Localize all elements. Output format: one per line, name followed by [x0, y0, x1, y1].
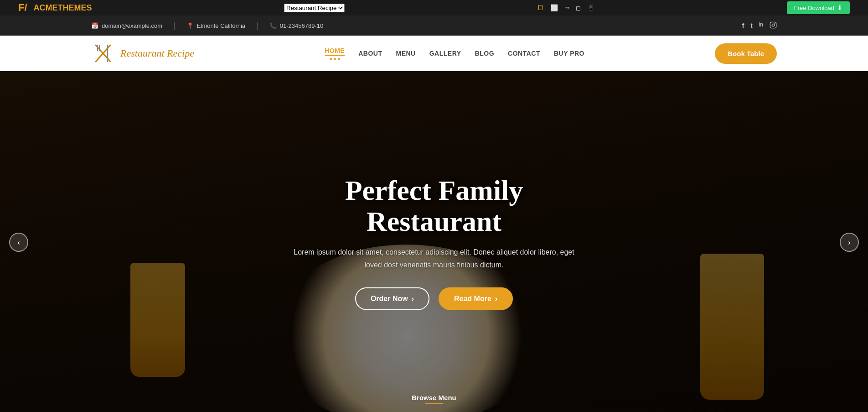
separator-1: |: [173, 21, 176, 31]
download-icon: ⬇: [837, 4, 842, 11]
location-icon: 📍: [186, 22, 194, 29]
slider-prev-button[interactable]: ‹: [9, 233, 28, 252]
logo-icon: F/: [18, 2, 27, 14]
calendar-icon: 📅: [91, 22, 98, 29]
twitter-icon[interactable]: t: [750, 21, 752, 30]
nav-link-buy-pro[interactable]: BUY PRO: [554, 50, 584, 57]
order-now-arrow: ›: [412, 294, 414, 302]
restaurant-logo-icon: [91, 42, 115, 65]
phone-info: 📞 01-23456789-10: [269, 22, 323, 29]
svg-rect-0: [770, 22, 776, 28]
main-nav: Restaurant Recipe HOME ABOUT MENU GALLER…: [0, 36, 868, 71]
info-bar: 📅 domain@example.com | 📍 Elmonte Califor…: [0, 16, 868, 36]
nav-link-gallery[interactable]: GALLERY: [429, 50, 461, 57]
free-download-label: Free Download: [794, 5, 834, 11]
nav-logo-text: Restaurant Recipe: [120, 47, 194, 59]
book-table-button[interactable]: Book Table: [715, 43, 777, 64]
email-text: domain@example.com: [102, 22, 162, 29]
browse-menu-label: Browse Menu: [412, 394, 456, 402]
theme-dropdown[interactable]: Restaurant Recipe: [284, 4, 345, 12]
free-download-button[interactable]: Free Download ⬇: [787, 1, 850, 14]
hero-section: ‹ › Perfect Family Restaurant Lorem ipsu…: [0, 71, 868, 412]
phone-text: 01-23456789-10: [280, 22, 323, 29]
svg-point-1: [772, 24, 774, 26]
instagram-icon[interactable]: [770, 21, 777, 30]
logo-themes: THEMES: [58, 3, 92, 12]
tablet-wide-icon[interactable]: ◻: [576, 5, 581, 11]
order-now-button[interactable]: Order Now ›: [355, 287, 429, 310]
logo-text: ACMETHEMES: [34, 3, 92, 13]
location-text: Elmonte California: [197, 22, 245, 29]
nav-dot-1: [330, 58, 332, 60]
nav-logo: Restaurant Recipe: [91, 42, 194, 65]
theme-dropdown-wrapper[interactable]: Restaurant Recipe: [284, 4, 345, 12]
nav-links: HOME ABOUT MENU GALLERY BLOG CONTACT BUY…: [325, 47, 584, 60]
slider-next-icon: ›: [848, 238, 851, 247]
mobile-icon[interactable]: 📱: [587, 5, 594, 11]
separator-2: |: [256, 21, 258, 31]
tablet-portrait-icon[interactable]: ▭: [564, 5, 569, 11]
nav-active-dots: [330, 58, 340, 60]
read-more-button[interactable]: Read More ›: [439, 287, 513, 310]
hero-content: Perfect Family Restaurant Lorem ipsum do…: [274, 175, 594, 310]
nav-item-home[interactable]: HOME: [325, 47, 345, 60]
hero-buttons: Order Now › Read More ›: [274, 287, 594, 310]
browse-underline: [425, 403, 443, 404]
svg-point-2: [775, 23, 775, 24]
contact-info: 📅 domain@example.com | 📍 Elmonte Califor…: [91, 21, 323, 31]
read-more-label: Read More: [454, 294, 491, 302]
hero-title: Perfect Family Restaurant: [274, 175, 594, 237]
desktop-icon[interactable]: 🖥: [537, 4, 544, 12]
browse-menu[interactable]: Browse Menu: [412, 394, 456, 404]
nav-link-home[interactable]: HOME: [325, 47, 345, 56]
email-info: 📅 domain@example.com: [91, 22, 162, 29]
nav-dot-3: [338, 58, 340, 60]
location-info: 📍 Elmonte California: [186, 22, 245, 29]
hero-subtitle: Lorem ipsum dolor sit amet, consectetur …: [274, 246, 594, 271]
social-icons: f t in: [742, 21, 777, 30]
linkedin-icon[interactable]: in: [759, 21, 763, 30]
device-preview-icons: 🖥 ⬜ ▭ ◻ 📱: [537, 4, 594, 12]
phone-icon: 📞: [269, 22, 277, 29]
nav-link-contact[interactable]: CONTACT: [508, 50, 540, 57]
nav-dot-2: [334, 58, 336, 60]
top-bar: F/ ACMETHEMES Restaurant Recipe 🖥 ⬜ ▭ ◻ …: [0, 0, 868, 16]
slider-prev-icon: ‹: [17, 238, 20, 247]
read-more-arrow: ›: [495, 294, 497, 302]
facebook-icon[interactable]: f: [742, 21, 744, 30]
nav-link-blog[interactable]: BLOG: [475, 50, 494, 57]
brand-logo: F/ ACMETHEMES: [18, 2, 92, 14]
slider-next-button[interactable]: ›: [840, 233, 859, 252]
nav-link-about[interactable]: ABOUT: [358, 50, 382, 57]
nav-link-menu[interactable]: MENU: [396, 50, 415, 57]
order-now-label: Order Now: [371, 294, 408, 302]
tablet-landscape-icon[interactable]: ⬜: [550, 4, 558, 11]
logo-acme: ACME: [34, 3, 58, 12]
